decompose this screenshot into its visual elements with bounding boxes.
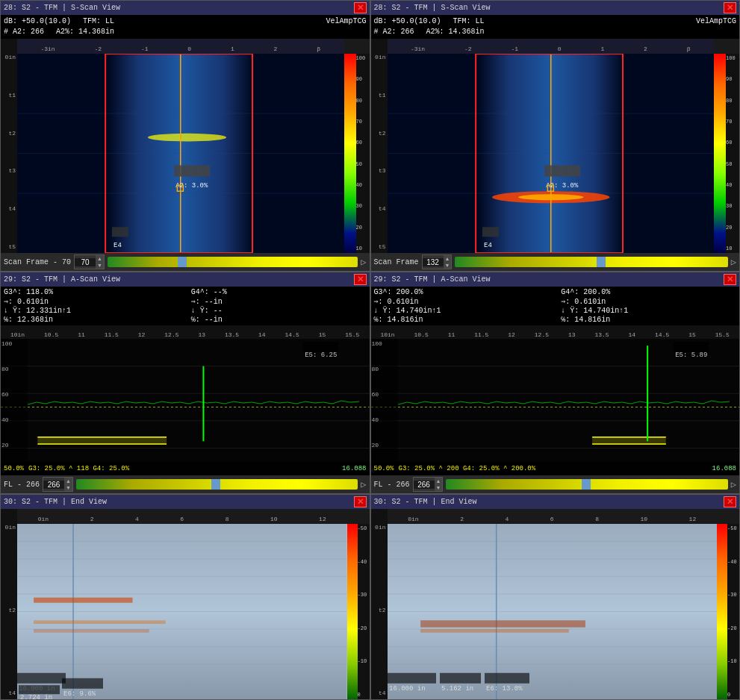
spin-down-left[interactable]: ▼: [96, 262, 104, 269]
panel-ascan-right: 29: S2 - TFM | A-Scan View ✕ G3^: 200.0%…: [370, 272, 741, 494]
svg-text:2.724 in: 2.724 in: [20, 694, 52, 699]
threshold-label-right: 50.0%: [374, 465, 394, 472]
svg-rect-86: [420, 629, 569, 633]
svg-rect-85: [420, 620, 585, 627]
titlebar-ascan-right: 29: S2 - TFM | A-Scan View ✕: [371, 272, 740, 287]
bottom-val-right: 16.088: [712, 465, 736, 472]
title-endview-left: 30: S2 - TFM | End View: [4, 498, 107, 506]
fl-slider-thumb-right[interactable]: [582, 479, 591, 490]
tfm-label-left: TFM: LL: [83, 16, 114, 27]
sscan-visual-left: 0in t1 t2 t3 t4 t5 -3in -2 -1 0 1 2 β: [1, 39, 370, 253]
svg-rect-66: [34, 620, 166, 624]
spin-up-left[interactable]: ▲: [96, 255, 104, 262]
svg-text:E6: 13.0%: E6: 13.0%: [486, 685, 523, 693]
sscan-svg-right: E4 A2: 3.0%: [388, 54, 715, 253]
ascan-labels-bar-left: 50.0% G3: 25.0% ^ 118 G4: 25.0% 16.088: [1, 462, 370, 475]
threshold-label-left: 50.0%: [4, 465, 24, 472]
fl-spin-down-left[interactable]: ▼: [64, 484, 72, 491]
scan-frame-spinner-left[interactable]: ▲ ▼: [74, 254, 105, 269]
fl-spinner-left[interactable]: ▲ ▼: [43, 477, 73, 492]
endview-main-right: 0in 2 4 6 8 10 12: [388, 509, 718, 699]
ascan-info-left: G3^: 118.0% G4^: --% ⇒: 0.610in ⇒: --in …: [1, 287, 370, 325]
scan-play-right[interactable]: ▷: [731, 257, 736, 268]
gate-label-left: G3: 25.0% ^ 118 G4: 25.0%: [28, 465, 129, 472]
ascan-labels-bar-right: 50.0% G3: 25.0% ^ 200 G4: 25.0% ^ 200.0%…: [371, 462, 740, 475]
tfm-label-right: TFM: LL: [453, 16, 485, 27]
fl-input-right[interactable]: [414, 481, 435, 489]
title-ascan-left: 29: S2 - TFM | A-Scan View: [4, 275, 120, 284]
endview-visual-right: 0in t2 t4 0in 2 4 6 8 10 12: [371, 509, 740, 699]
ascan-plot-right: 100 80 60 40 20 0 E5: 5.89: [371, 339, 740, 475]
close-btn-ascan-right[interactable]: ✕: [724, 274, 736, 285]
fl-slider-thumb-left[interactable]: [211, 479, 220, 490]
ascan-ruler-right: 10in 10.5 11 11.5 12 12.5 13 13.5 14 14.…: [371, 325, 740, 339]
down-y1-right: ↓ Ÿ: 14.740in↑1: [374, 307, 550, 315]
ascan-y-labels-left: 100 80 60 40 20 0: [1, 339, 28, 475]
fl-spin-up-right[interactable]: ▲: [435, 478, 443, 484]
g3-pct-right: G3^: 200.0%: [374, 288, 550, 296]
fl-spin-down-right[interactable]: ▼: [435, 484, 443, 491]
scan-slider-left[interactable]: [108, 257, 358, 267]
svg-rect-91: [485, 673, 529, 684]
pct-val2-right: ℅: 14.816in: [561, 316, 736, 324]
g3-pct-left: G3^: 118.0%: [4, 288, 179, 296]
panel-endview-right: 30: S2 - TFM | End View ✕ 0in t2 t4 0in …: [370, 494, 741, 700]
fl-input-left[interactable]: [43, 481, 64, 489]
fl-play-left[interactable]: ▷: [361, 479, 366, 490]
a2-hash-right: # A2: 266: [374, 27, 414, 37]
fl-spin-up-left[interactable]: ▲: [64, 478, 72, 484]
scan-slider-right[interactable]: [455, 257, 727, 267]
close-btn-endview-left[interactable]: ✕: [354, 496, 367, 507]
svg-rect-52: [673, 342, 709, 352]
spin-down-right[interactable]: ▼: [444, 262, 452, 269]
g4-pct-right: G4^: 200.0%: [561, 288, 736, 296]
close-btn-endview-right[interactable]: ✕: [724, 496, 736, 507]
sscan-visual-right: 0in t1 t2 t3 t4 t5 -3in -2 -1 0 1 2 β: [371, 39, 740, 253]
ev-color-labels-left: -50 -40 -30 -20 -10 0: [358, 524, 370, 699]
close-btn-sscan-right[interactable]: ✕: [724, 2, 736, 13]
title-endview-right: 30: S2 - TFM | End View: [374, 498, 477, 506]
fl-slider-right[interactable]: [446, 479, 727, 490]
pct-val2-left: ℅: --in: [191, 316, 367, 324]
color-scale-labels-right: 100 90 80 70 60 50 40 30 20 10: [726, 54, 739, 253]
info-sscan-right: dB: +50.0(10.0) TFM: LL VelAmpTCG # A2: …: [371, 15, 740, 39]
spin-up-right[interactable]: ▲: [444, 255, 452, 262]
fl-bar-left: FL - 266 ▲ ▼ ▷: [1, 475, 370, 493]
arrow-val-left: ⇒: 0.610in: [4, 297, 179, 306]
svg-point-5: [148, 134, 226, 142]
scan-frame-label-right: Scan Frame: [374, 258, 419, 266]
a2-val-right: A2%: 14.368in: [426, 27, 485, 37]
scan-slider-thumb-right[interactable]: [597, 257, 606, 267]
down-y2-right: ↓ Ÿ: 14.740in↑1: [561, 307, 736, 315]
info-sscan-left: dB: +50.0(10.0) TFM: LL VelAmpTCG # A2: …: [1, 15, 370, 39]
endview-visual-left: 0in t2 t4 0in 2 4 6 8 10 12: [1, 509, 370, 699]
sscan-top-ruler-right: -3in -2 -1 0 1 2 β: [388, 39, 715, 54]
a2-val-left: A2%: 14.368in: [56, 27, 114, 37]
ascan-ruler-left: 10in 10.5 11 11.5 12 12.5 13 13.5 14 14.…: [1, 325, 370, 339]
svg-text:E5: 6.25: E5: 6.25: [305, 351, 337, 359]
panel-ascan-left: 29: S2 - TFM | A-Scan View ✕ G3^: 118.0%…: [0, 272, 370, 494]
svg-text:16.000 in: 16.000 in: [389, 685, 426, 693]
scan-frame-input-left[interactable]: [75, 258, 96, 266]
close-btn-sscan-left[interactable]: ✕: [354, 2, 367, 13]
scan-slider-thumb-left[interactable]: [178, 257, 187, 267]
close-btn-ascan-left[interactable]: ✕: [354, 274, 367, 285]
endview-image-left: 16.000 in 2.724 in E6: 9.6%: [17, 524, 347, 699]
ascan-plot-left: 100 80 60 40 20 0: [1, 339, 370, 475]
sscan-svg-left: E4 A2: 3.0%: [17, 54, 344, 253]
vel-amp-tcg-left: VelAmpTCG: [326, 16, 366, 27]
ruler-marks-left: -3in -2 -1 0 1 2 β: [17, 46, 344, 52]
endview-main-left: 0in 2 4 6 8 10 12: [17, 509, 347, 699]
scan-frame-spinner-right[interactable]: ▲ ▼: [422, 254, 453, 269]
scan-play-left[interactable]: ▷: [361, 257, 366, 268]
scan-frame-input-right[interactable]: [423, 258, 444, 266]
ascan-y-labels-right: 100 80 60 40 20 0: [371, 339, 398, 475]
fl-spinner-right[interactable]: ▲ ▼: [413, 477, 444, 492]
fl-play-right[interactable]: ▷: [731, 479, 736, 490]
ascan-waveform-right: E5: 5.89: [371, 339, 740, 475]
svg-rect-67: [34, 629, 149, 633]
fl-slider-left[interactable]: [76, 479, 358, 490]
arrow-val2-left: ⇒: --in: [191, 297, 367, 306]
titlebar-endview-right: 30: S2 - TFM | End View ✕: [371, 495, 740, 509]
scan-frame-bar-left: Scan Frame - 70 ▲ ▼ ▷: [1, 253, 370, 271]
